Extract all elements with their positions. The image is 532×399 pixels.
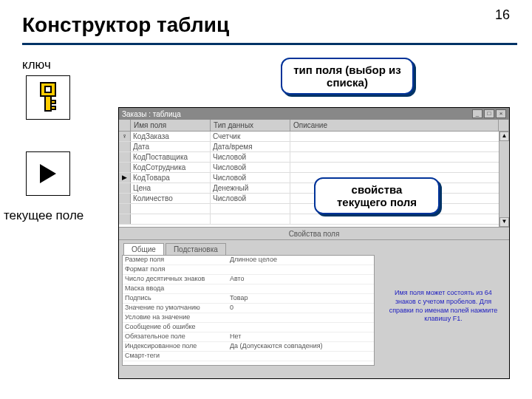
property-row[interactable]: Обязательное полеНет	[123, 332, 374, 342]
property-value[interactable]: Да (Допускаются совпадения)	[228, 342, 374, 351]
row-selector[interactable]	[119, 204, 131, 214]
property-value[interactable]	[228, 265, 374, 274]
property-value[interactable]	[228, 352, 374, 361]
cell-field-name[interactable]: КодПоставщика	[131, 152, 211, 162]
cell-field-type[interactable]: Числовой	[211, 163, 290, 172]
cell-description[interactable]	[290, 163, 509, 172]
property-value[interactable]: Нет	[228, 332, 374, 341]
row-selector[interactable]	[119, 183, 131, 193]
vertical-scrollbar[interactable]: ▲ ▼	[499, 132, 509, 227]
cell-field-name[interactable]: КодЗаказа	[131, 132, 211, 141]
property-label: Смарт-теги	[123, 352, 228, 361]
row-selector[interactable]	[119, 214, 131, 224]
property-row[interactable]: Значение по умолчанию0	[123, 304, 374, 313]
cell-field-name[interactable]: Количество	[131, 194, 211, 203]
cell-field-type[interactable]: Числовой	[211, 152, 290, 162]
property-row[interactable]: Условие на значение	[123, 313, 374, 323]
key-icon-box	[26, 75, 70, 120]
svg-rect-1	[45, 86, 51, 92]
grid-body: ♀КодЗаказаСчетчикДатаДата/времяКодПостав…	[119, 132, 509, 228]
tab-general[interactable]: Общие	[123, 243, 164, 255]
label-key: ключ	[22, 58, 51, 72]
property-value[interactable]	[228, 313, 374, 322]
property-row[interactable]: Число десятичных знаковАвто	[123, 275, 374, 284]
property-label: Значение по умолчанию	[123, 304, 228, 313]
property-value[interactable]: Товар	[228, 294, 374, 303]
cell-field-name[interactable]	[131, 204, 211, 214]
hint-panel: Имя поля может состоять из 64 знаков с у…	[378, 240, 509, 372]
title-underline	[22, 43, 517, 45]
property-label: Сообщение об ошибке	[123, 323, 228, 332]
property-grid[interactable]: Размер поляДлинное целоеФормат поляЧисло…	[122, 255, 375, 366]
property-value[interactable]	[228, 323, 374, 332]
property-row[interactable]: Формат поля	[123, 265, 374, 275]
table-row[interactable]: ♀КодЗаказаСчетчик	[119, 132, 509, 142]
cell-description[interactable]	[290, 142, 509, 151]
property-row[interactable]: Размер поляДлинное целое	[123, 256, 374, 265]
cell-field-type[interactable]: Дата/время	[211, 142, 290, 151]
cell-description[interactable]	[290, 152, 509, 162]
cell-field-type[interactable]	[211, 204, 290, 214]
hint-text: Имя поля может состоять из 64 знаков с у…	[383, 289, 503, 324]
property-label: Индексированное поле	[123, 342, 228, 351]
row-selector[interactable]	[119, 163, 131, 172]
table-row[interactable]: КодСотрудникаЧисловой	[119, 163, 509, 173]
cell-field-name[interactable]: Цена	[131, 183, 211, 193]
minimize-button[interactable]: _	[472, 109, 482, 118]
property-label: Обязательное поле	[123, 332, 228, 341]
property-value[interactable]: Длинное целое	[228, 256, 374, 265]
property-label: Маска ввода	[123, 284, 228, 293]
close-button[interactable]: ×	[496, 109, 506, 118]
table-row[interactable]: КодПоставщикаЧисловой	[119, 152, 509, 163]
row-selector[interactable]	[119, 152, 131, 162]
properties-tabs: Общие Подстановка	[119, 240, 378, 255]
cell-description[interactable]	[290, 214, 509, 224]
property-value[interactable]: 0	[228, 304, 374, 313]
triangle-right-icon	[35, 161, 61, 186]
property-label: Формат поля	[123, 265, 228, 274]
table-row[interactable]	[119, 214, 509, 225]
property-row[interactable]: ПодписьТовар	[123, 294, 374, 304]
window-titlebar[interactable]: Заказы : таблица _ □ ×	[119, 108, 509, 120]
property-row[interactable]: Индексированное полеДа (Допускаются совп…	[123, 342, 374, 352]
col-header-name[interactable]: Имя поля	[131, 120, 211, 131]
cell-field-type[interactable]: Числовой	[211, 194, 290, 203]
property-label: Число десятичных знаков	[123, 275, 228, 284]
cell-field-name[interactable]: КодСотрудника	[131, 163, 211, 172]
cell-field-name[interactable]: Дата	[131, 142, 211, 151]
property-label: Подпись	[123, 294, 228, 303]
property-row[interactable]: Смарт-теги	[123, 352, 374, 361]
scroll-down-icon[interactable]: ▼	[499, 217, 509, 227]
cell-description[interactable]	[290, 132, 509, 141]
row-selector[interactable]	[119, 142, 131, 151]
properties-area: Общие Подстановка Размер поляДлинное цел…	[119, 239, 509, 372]
cell-field-type[interactable]: Денежный	[211, 183, 290, 193]
property-value[interactable]: Авто	[228, 275, 374, 284]
property-row[interactable]: Сообщение об ошибке	[123, 323, 374, 332]
property-label: Условие на значение	[123, 313, 228, 322]
callout-properties: свойства текущего поля	[314, 177, 440, 214]
scroll-up-icon[interactable]: ▲	[499, 132, 509, 141]
svg-marker-5	[40, 164, 56, 183]
table-row[interactable]: ▶КодТовараЧисловой	[119, 173, 509, 183]
cell-field-type[interactable]	[211, 214, 290, 224]
table-row[interactable]: ДатаДата/время	[119, 142, 509, 152]
row-selector[interactable]: ♀	[119, 132, 131, 141]
current-row-icon-box	[26, 151, 70, 196]
tab-lookup[interactable]: Подстановка	[166, 243, 226, 255]
col-header-desc[interactable]: Описание	[290, 120, 499, 131]
cell-field-type[interactable]: Числовой	[211, 173, 290, 183]
col-header-type[interactable]: Тип данных	[211, 120, 290, 131]
page-number: 16	[495, 7, 510, 23]
row-selector[interactable]	[119, 194, 131, 203]
cell-field-name[interactable]	[131, 214, 211, 224]
property-value[interactable]	[228, 284, 374, 293]
property-row[interactable]: Маска ввода	[123, 284, 374, 294]
slide-title: Конструктор таблиц	[0, 0, 532, 43]
maximize-button[interactable]: □	[484, 109, 494, 118]
key-icon	[33, 81, 63, 114]
cell-field-type[interactable]: Счетчик	[211, 132, 290, 141]
label-current-field: текущее поле	[4, 208, 83, 223]
row-selector[interactable]: ▶	[119, 173, 131, 183]
cell-field-name[interactable]: КодТовара	[131, 173, 211, 183]
